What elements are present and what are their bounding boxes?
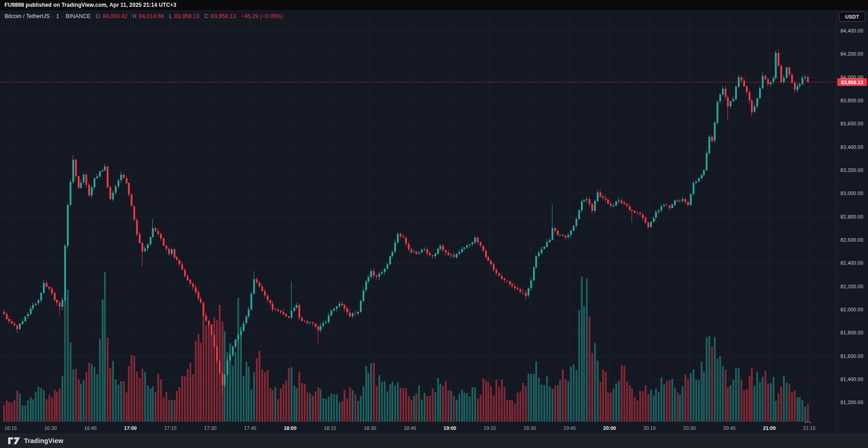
time-axis[interactable]: 16:1516:3016:4517:0017:1517:3017:4518:00… <box>0 423 836 434</box>
time-tick-label: 19:45 <box>563 425 576 431</box>
price-tick-label: 81,200.00 <box>840 400 863 405</box>
attribution-bar: FU9898 published on TradingView.com, Apr… <box>0 0 868 10</box>
time-tick-label: 17:15 <box>164 425 177 431</box>
time-tick-label: 19:15 <box>484 425 496 431</box>
time-tick-label: 21:15 <box>803 425 816 431</box>
footer-bar: TradingView <box>0 434 868 448</box>
chart-canvas[interactable] <box>0 10 836 423</box>
time-tick-label: 17:45 <box>244 425 257 431</box>
price-tick-label: 83,400.00 <box>840 144 863 150</box>
time-tick-label: 20:45 <box>723 425 736 431</box>
price-tick-label: 82,400.00 <box>840 260 863 266</box>
high-label: H <box>132 13 137 19</box>
time-tick-label: 18:15 <box>324 425 336 431</box>
time-tick-label: 20:00 <box>603 425 616 431</box>
price-tick-label: 83,000.00 <box>840 191 863 196</box>
tradingview-brand-text[interactable]: TradingView <box>24 437 63 444</box>
chart-pane: Bitcoin / TetherUS · 1 · BINANCE O 84,00… <box>0 10 836 423</box>
time-tick-label: 18:30 <box>364 425 377 431</box>
high-value: 84,014.66 <box>139 13 164 19</box>
price-tick-label: 83,200.00 <box>840 167 863 173</box>
time-tick-label: 20:30 <box>683 425 696 431</box>
price-tick-label: 83,800.00 <box>840 98 863 103</box>
time-tick-label: 18:00 <box>284 425 297 431</box>
legend-separator: · <box>52 13 54 19</box>
close-label: C <box>204 13 208 19</box>
price-tick-label: 84,200.00 <box>840 51 863 57</box>
symbol-legend[interactable]: Bitcoin / TetherUS · 1 · BINANCE O 84,00… <box>5 13 283 19</box>
time-tick-label: 17:00 <box>124 425 137 431</box>
open-value: 84,003.42 <box>102 13 127 19</box>
price-tick-label: 81,600.00 <box>840 353 863 359</box>
price-tick-label: 81,800.00 <box>840 330 863 335</box>
symbol-interval: 1 <box>56 13 59 19</box>
close-value: 83,958.13 <box>211 13 236 19</box>
time-tick-label: 19:00 <box>443 425 456 431</box>
low-value: 83,958.13 <box>175 13 200 19</box>
currency-toggle-button[interactable]: USDT <box>839 12 865 22</box>
time-tick-label: 16:30 <box>44 425 57 431</box>
symbol-title: Bitcoin / TetherUS <box>5 13 50 19</box>
symbol-exchange: BINANCE <box>66 13 91 19</box>
time-tick-label: 16:45 <box>84 425 97 431</box>
time-tick-label: 17:30 <box>204 425 217 431</box>
low-label: L <box>169 13 172 19</box>
price-tick-label: 82,000.00 <box>840 307 863 312</box>
price-tick-label: 81,400.00 <box>840 377 863 382</box>
open-label: O <box>96 13 100 19</box>
time-tick-label: 18:45 <box>404 425 416 431</box>
price-tick-label: 82,200.00 <box>840 284 863 289</box>
change-value: −45.29 (−0.05%) <box>241 13 283 19</box>
price-tick-label: 82,600.00 <box>840 237 863 243</box>
legend-separator: · <box>61 13 63 19</box>
time-tick-label: 16:15 <box>5 425 17 431</box>
price-tick-label: 83,600.00 <box>840 121 863 126</box>
time-tick-label: 21:00 <box>763 425 776 431</box>
attribution-text: FU9898 published on TradingView.com, Apr… <box>5 2 176 8</box>
price-tick-label: 84,000.00 <box>840 75 863 80</box>
time-tick-label: 19:30 <box>524 425 536 431</box>
price-axis[interactable]: USDT 83,958.13 84,400.0084,200.0084,000.… <box>836 10 868 434</box>
price-tick-label: 82,800.00 <box>840 214 863 219</box>
price-tick-label: 84,400.00 <box>840 28 863 33</box>
time-tick-label: 20:15 <box>643 425 656 431</box>
tradingview-logo-icon[interactable] <box>8 437 20 444</box>
